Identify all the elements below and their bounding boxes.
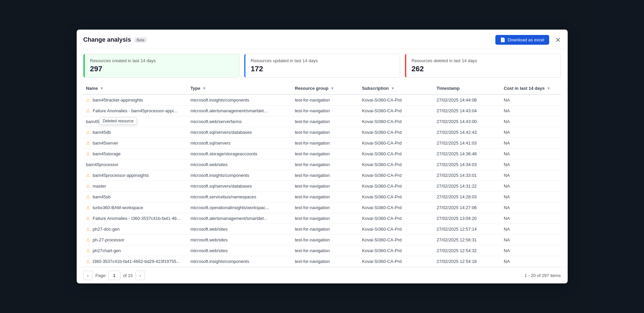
cell-type: microsoft.sql/servers/databases <box>188 127 292 138</box>
stats-row: Resources created in last 14 days 297 Re… <box>77 49 568 82</box>
cell-subscription: Kovai-SI360-CA-Prd <box>359 235 434 245</box>
name-text: master <box>93 184 106 189</box>
cell-name[interactable]: bam45processor-appsvcDeleted resource <box>83 116 188 127</box>
pagination-info: 1 - 20 of 297 items <box>525 273 561 278</box>
cell-cost: NA <box>501 235 561 245</box>
cell-subscription: Kovai-SI360-CA-Prd <box>359 116 434 127</box>
modal-title: Change analysis <box>83 36 131 43</box>
name-text: Failure Anomalies - bam45processor-appi.… <box>93 108 177 113</box>
warning-icon: ⚠ <box>86 205 90 210</box>
cell-timestamp: 27/02/2025 14:43:00 <box>434 116 501 127</box>
cell-name[interactable]: ⚠ph27-doc-gen <box>83 224 188 235</box>
cell-name[interactable]: bam45processor <box>83 159 188 170</box>
name-text: bam45processor <box>86 162 119 167</box>
cell-name[interactable]: ⚠turbo360-BAM-workspace <box>83 202 188 213</box>
cell-subscription: Kovai-SI360-CA-Prd <box>359 256 434 267</box>
stat-deleted-label: Resources deleted in last 14 days <box>412 58 555 63</box>
cell-name[interactable]: ⚠bam45sb <box>83 192 188 202</box>
filter-icon-rg[interactable]: ▼ <box>330 86 334 91</box>
cell-name[interactable]: ⚠bam45server <box>83 138 188 149</box>
table-row: ⚠ph-27-processormicrosoft.web/sitestest-… <box>83 235 561 245</box>
cell-cost: NA <box>501 106 561 116</box>
warning-icon: ⚠ <box>86 237 90 242</box>
cell-name[interactable]: ⚠t360-3537c41b-fa41-4662-bd29-423f19755.… <box>83 256 188 267</box>
cell-timestamp: 27/02/2025 14:33:01 <box>434 170 501 181</box>
cell-subscription: Kovai-SI360-CA-Prd <box>359 127 434 138</box>
cell-timestamp: 27/02/2025 12:57:14 <box>434 224 501 235</box>
cell-timestamp: 27/02/2025 14:36:48 <box>434 149 501 159</box>
beta-badge: Beta <box>135 37 147 43</box>
cell-subscription: Kovai-SI360-CA-Prd <box>359 106 434 116</box>
table-row: ⚠Failure Anomalies - bam45processor-appi… <box>83 106 561 116</box>
close-button[interactable]: ✕ <box>555 37 561 43</box>
name-text: t360-3537c41b-fa41-4662-bd29-423f19755..… <box>93 259 180 264</box>
cell-resource-group: test-for-navigation <box>292 106 359 116</box>
name-text: bam45processor-appinsights <box>93 173 149 178</box>
name-text: bam45tracker-appinsights <box>93 97 143 103</box>
cell-subscription: Kovai-SI360-CA-Prd <box>359 138 434 149</box>
cell-cost: NA <box>501 192 561 202</box>
cell-name[interactable]: ⚠Failure Anomalies - t360-3537c41b-fa41-… <box>83 213 188 224</box>
stat-created: Resources created in last 14 days 297 <box>83 54 239 78</box>
cell-type: microsoft.sql/servers/databases <box>188 181 292 192</box>
of-label: of 15 <box>123 273 133 278</box>
cell-name[interactable]: ⚠bam45db <box>83 127 188 138</box>
table-row: ⚠mastermicrosoft.sql/servers/databaseste… <box>83 181 561 192</box>
cell-cost: NA <box>501 94 561 106</box>
cell-cost: NA <box>501 159 561 170</box>
warning-icon: ⚠ <box>86 141 90 146</box>
filter-icon-type[interactable]: ▼ <box>202 86 206 91</box>
stat-updated: Resources updated in last 14 days 172 <box>244 54 400 78</box>
warning-icon: ⚠ <box>86 130 90 135</box>
cell-cost: NA <box>501 245 561 256</box>
table-row: bam45processor-appsvcDeleted resourcemic… <box>83 116 561 127</box>
table-row: ⚠ph27-doc-genmicrosoft.web/sitestest-for… <box>83 224 561 235</box>
cell-resource-group: test-for-navigation <box>292 94 359 106</box>
cell-type: microsoft.web/sites <box>188 245 292 256</box>
table-row: ⚠bam45sbmicrosoft.servicebus/namespacest… <box>83 192 561 202</box>
cell-resource-group: test-for-navigation <box>292 192 359 202</box>
page-number-input[interactable] <box>108 271 120 280</box>
cell-type: microsoft.servicebus/namespaces <box>188 192 292 202</box>
name-text: ph-27-processor <box>93 237 125 242</box>
cell-name[interactable]: ⚠ph-27-processor <box>83 235 188 245</box>
warning-icon: ⚠ <box>86 194 90 199</box>
prev-page-button[interactable]: ‹ <box>83 271 93 280</box>
cell-type: microsoft.insights/components <box>188 256 292 267</box>
page-label: Page <box>96 273 106 278</box>
cell-resource-group: test-for-navigation <box>292 235 359 245</box>
cell-name[interactable]: ⚠bam45tracker-appinsights <box>83 94 188 106</box>
cell-resource-group: test-for-navigation <box>292 181 359 192</box>
cell-name[interactable]: ⚠ph27chart-gen <box>83 245 188 256</box>
cell-resource-group: test-for-navigation <box>292 245 359 256</box>
cell-type: microsoft.storage/storageaccounts <box>188 149 292 159</box>
filter-icon-name[interactable]: ▼ <box>100 86 104 91</box>
cell-timestamp: 27/02/2025 14:27:06 <box>434 202 501 213</box>
download-excel-button[interactable]: 📄 Download as excel <box>495 35 549 45</box>
cell-type: microsoft.web/sites <box>188 235 292 245</box>
filter-icon-cost[interactable]: ▼ <box>546 86 551 91</box>
cell-name[interactable]: ⚠bam45storage <box>83 149 188 159</box>
cell-name[interactable]: ⚠Failure Anomalies - bam45processor-appi… <box>83 106 188 116</box>
next-page-button[interactable]: › <box>136 271 145 280</box>
name-text: ph27chart-gen <box>93 248 121 253</box>
cell-resource-group: test-for-navigation <box>292 224 359 235</box>
deleted-resource-tooltip: Deleted resource <box>100 117 137 125</box>
warning-icon: ⚠ <box>86 248 90 253</box>
cell-cost: NA <box>501 213 561 224</box>
cell-type: microsoft.web/sites <box>188 224 292 235</box>
cell-timestamp: 27/02/2025 14:44:08 <box>434 94 501 106</box>
cell-name[interactable]: ⚠master <box>83 181 188 192</box>
cell-resource-group: test-for-navigation <box>292 116 359 127</box>
name-text: turbo360-BAM-workspace <box>93 205 143 210</box>
warning-icon: ⚠ <box>86 108 90 113</box>
cell-type: microsoft.web/serverfarms <box>188 116 292 127</box>
modal-header: Change analysis Beta 📄 Download as excel… <box>77 30 568 49</box>
warning-icon: ⚠ <box>86 259 90 264</box>
filter-icon-sub[interactable]: ▼ <box>391 86 395 91</box>
cell-name[interactable]: ⚠bam45processor-appinsights <box>83 170 188 181</box>
th-type: Type ▼ <box>188 82 292 94</box>
stat-updated-label: Resources updated in last 14 days <box>251 58 394 63</box>
name-text: ph27-doc-gen <box>93 227 120 232</box>
cell-type: microsoft.web/sites <box>188 159 292 170</box>
